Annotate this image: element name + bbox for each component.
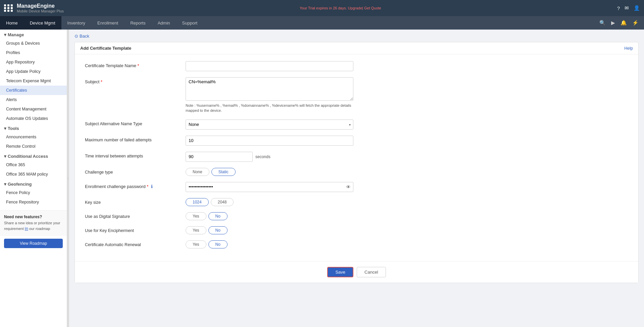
sidebar-bottom-link[interactable]: in: [25, 226, 28, 231]
top-bar-right: ? ✉ 👤: [617, 5, 640, 11]
auto-renew-yes-button[interactable]: Yes: [186, 240, 206, 248]
save-button[interactable]: Save: [327, 267, 353, 277]
eye-icon[interactable]: 👁: [346, 184, 351, 190]
time-unit-label: seconds: [255, 154, 270, 159]
layout: ▾ Manage Groups & Devices Profiles App R…: [0, 30, 644, 327]
sidebar-item-remote-control[interactable]: Remote Control: [0, 142, 67, 151]
auto-renew-no-button[interactable]: No: [208, 240, 228, 248]
sidebar-tools-section[interactable]: ▾ Tools: [0, 123, 67, 132]
sidebar-manage-section[interactable]: ▾ Manage: [0, 30, 67, 39]
nav-reports[interactable]: Reports: [124, 16, 152, 30]
key-enc-yes-button[interactable]: Yes: [186, 226, 206, 234]
time-interval-input[interactable]: [186, 152, 253, 162]
time-interval-label: Time interval between attempts: [85, 152, 179, 158]
digital-sig-yes-button[interactable]: Yes: [186, 212, 206, 220]
sidebar-item-office365[interactable]: Office 365: [0, 160, 67, 170]
sidebar-item-alerts[interactable]: Alerts: [0, 95, 67, 104]
nav-search-icon[interactable]: 🔍: [599, 20, 606, 26]
form-row-auto-renew: Certificate Automatic Renewal Yes No: [85, 240, 628, 248]
sidebar-bottom-title: Need new features?: [4, 215, 63, 219]
key-1024-button[interactable]: 1024: [186, 198, 209, 206]
max-attempts-input[interactable]: [186, 136, 353, 146]
info-icon[interactable]: ℹ: [151, 184, 153, 189]
form-row-key-enc: Use for Key Encipherment Yes No: [85, 226, 628, 234]
brand-name: ManageEngine: [17, 3, 64, 9]
sidebar-item-automate-os[interactable]: Automate OS Updates: [0, 114, 67, 123]
form-row-max-attempts: Maximum number of failed attempts: [85, 136, 628, 146]
nav-device-mgmt[interactable]: Device Mgmt: [24, 16, 61, 30]
digital-sig-field: Yes No: [186, 212, 353, 220]
san-field: None RFC 822 Name DNS Name URI IP Addres…: [186, 120, 353, 130]
cert-name-field: [186, 61, 353, 71]
form-row-cert-name: Certificate Template Name *: [85, 61, 628, 71]
key-enc-no-button[interactable]: No: [208, 226, 228, 234]
nav-video-icon[interactable]: ▶: [611, 20, 615, 26]
form-footer: Save Cancel: [75, 261, 638, 283]
enroll-password-input[interactable]: [186, 182, 353, 192]
san-select-wrap: None RFC 822 Name DNS Name URI IP Addres…: [186, 120, 353, 130]
brand-area: ManageEngine Mobile Device Manager Plus: [4, 3, 64, 13]
challenge-none-button[interactable]: None: [186, 168, 209, 176]
max-attempts-field: [186, 136, 353, 146]
app-grid-icon[interactable]: [4, 4, 13, 12]
nav-support[interactable]: Support: [176, 16, 204, 30]
subject-textarea[interactable]: CN=%email%: [186, 77, 353, 101]
nav-admin[interactable]: Admin: [152, 16, 176, 30]
trial-notice[interactable]: Your Trial expires in 26 days. Upgrade| …: [300, 6, 381, 10]
cert-name-input[interactable]: [186, 61, 353, 71]
challenge-static-button[interactable]: Static: [211, 168, 236, 176]
sidebar-item-certificates[interactable]: Certificates: [0, 86, 67, 95]
chevron-down-icon-geofencing: ▾: [4, 182, 6, 187]
sidebar-bottom: Need new features? Share a new idea or p…: [0, 210, 67, 236]
sidebar-item-fence-policy[interactable]: Fence Policy: [0, 188, 67, 197]
main-content: ⊙ Back Add Certificate Template Help Cer…: [69, 30, 644, 327]
card-title: Add Certificate Template: [80, 46, 131, 51]
brand-logo: ManageEngine Mobile Device Manager Plus: [17, 3, 64, 13]
app-name: Mobile Device Manager Plus: [17, 9, 64, 13]
password-wrap: 👁: [186, 182, 353, 192]
sidebar-item-app-update-policy[interactable]: App Update Policy: [0, 67, 67, 76]
key-2048-button[interactable]: 2048: [211, 198, 234, 206]
nav-bell-icon[interactable]: 🔔: [621, 20, 627, 26]
card-header: Add Certificate Template Help: [75, 42, 638, 54]
sidebar-item-office365-mam[interactable]: Office 365 MAM policy: [0, 170, 67, 179]
sidebar-bottom-desc: Share a new idea or prioritize your requ…: [4, 221, 63, 232]
sidebar-item-profiles[interactable]: Profiles: [0, 48, 67, 57]
enroll-password-label: Enrollment challenge password * ℹ: [85, 182, 179, 189]
back-arrow-icon: ⊙: [75, 34, 78, 39]
sidebar-geofencing-section[interactable]: ▾ Geofencing: [0, 179, 67, 188]
nav-lightning-icon[interactable]: ⚡: [632, 20, 639, 26]
back-label[interactable]: Back: [80, 34, 89, 39]
challenge-toggle-group: None Static: [186, 168, 353, 176]
form-row-digital-sig: Use as Digital Signature Yes No: [85, 212, 628, 220]
form-row-time-interval: Time interval between attempts seconds: [85, 152, 628, 162]
sidebar-item-content-mgmt[interactable]: Content Management: [0, 104, 67, 114]
key-enc-field: Yes No: [186, 226, 353, 234]
auto-renew-field: Yes No: [186, 240, 353, 248]
san-select[interactable]: None RFC 822 Name DNS Name URI IP Addres…: [186, 120, 353, 130]
back-link[interactable]: ⊙ Back: [75, 34, 639, 39]
key-enc-toggle-group: Yes No: [186, 226, 353, 234]
digital-sig-no-button[interactable]: No: [208, 212, 228, 220]
nav-inventory[interactable]: Inventory: [61, 16, 91, 30]
top-bar: ManageEngine Mobile Device Manager Plus …: [0, 0, 644, 16]
sidebar-item-telecom[interactable]: Telecom Expense Mgmt: [0, 76, 67, 86]
sidebar-item-fence-repo[interactable]: Fence Repository: [0, 197, 67, 207]
nav-enrollment[interactable]: Enrollment: [91, 16, 124, 30]
user-avatar[interactable]: 👤: [634, 5, 640, 11]
nav-right-icons: 🔍 ▶ 🔔 ⚡: [599, 20, 644, 26]
cancel-button[interactable]: Cancel: [357, 267, 386, 277]
help-link[interactable]: Help: [624, 46, 633, 51]
form-row-challenge-type: Challenge type None Static: [85, 168, 628, 176]
help-icon[interactable]: ?: [617, 5, 620, 11]
nav-bar: Home Device Mgmt Inventory Enrollment Re…: [0, 16, 644, 30]
nav-home[interactable]: Home: [0, 16, 24, 30]
sidebar-item-announcements[interactable]: Announcements: [0, 132, 67, 142]
sidebar-item-groups-devices[interactable]: Groups & Devices: [0, 39, 67, 48]
sidebar-conditional-section[interactable]: ▾ Conditional Access: [0, 151, 67, 160]
mail-icon[interactable]: ✉: [625, 5, 629, 11]
enroll-password-field: 👁: [186, 182, 353, 192]
view-roadmap-button[interactable]: View Roadmap: [4, 239, 63, 248]
challenge-type-label: Challenge type: [85, 168, 179, 175]
sidebar-item-app-repository[interactable]: App Repository: [0, 57, 67, 67]
